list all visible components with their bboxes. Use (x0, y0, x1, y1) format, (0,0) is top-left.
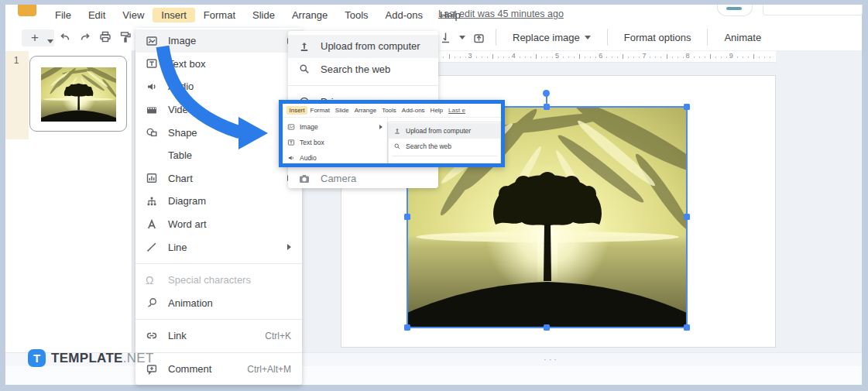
paint-format-icon[interactable] (118, 30, 132, 44)
menu-item-image[interactable]: Image (283, 119, 387, 135)
ruler-tick (617, 57, 618, 58)
callout-body: ImageText boxAudio Upload from computerS… (283, 118, 501, 164)
toolbar-separator (496, 29, 496, 46)
menu-item-comment[interactable]: CommentCtrl+Alt+M (136, 358, 302, 381)
menubar-item-tools[interactable]: Tools (336, 8, 376, 22)
menu-item-special-characters[interactable]: ΩSpecial characters (136, 269, 302, 292)
image-icon (287, 123, 295, 131)
menu-item-search-the-web[interactable]: Search the web (389, 139, 500, 154)
zoom-callout-box: InsertFormatSlideArrangeToolsAdd-onsHelp… (279, 100, 505, 167)
menu-item-video[interactable]: Video (136, 98, 302, 122)
ruler-tick (509, 57, 509, 58)
menu-item-label: Image (300, 123, 373, 131)
new-slide-caret-icon[interactable] (43, 34, 57, 48)
callout-menubar-item-insert: Insert (286, 106, 307, 115)
crop-icon[interactable] (439, 31, 452, 44)
google-slides-window: FileEditViewInsertFormatSlideArrangeTool… (0, 0, 868, 391)
ruler-tick (563, 57, 564, 58)
callout-menubar-item-add-ons: Add-ons (399, 106, 427, 115)
menu-item-diagram[interactable]: Diagram (136, 190, 302, 213)
resize-handle[interactable] (404, 214, 410, 220)
menu-item-label: Camera (321, 173, 427, 184)
mask-image-icon[interactable] (472, 31, 485, 44)
omega-icon: Ω (146, 274, 158, 286)
upload-icon (298, 40, 310, 53)
ruler-tick (455, 57, 455, 58)
rotation-handle[interactable] (543, 90, 550, 97)
menu-item-line[interactable]: Line (136, 235, 302, 259)
slide-number: 1 (8, 55, 25, 66)
menu-item-link[interactable]: LinkCtrl+K (136, 324, 302, 348)
notes-drag-handle[interactable]: ··· (538, 355, 564, 364)
resize-handle[interactable] (404, 324, 410, 331)
menubar-item-slide[interactable]: Slide (244, 8, 283, 22)
menubar-item-file[interactable]: File (46, 8, 80, 22)
callout-menubar-item-last-e: Last e (446, 106, 468, 115)
last-edit-status[interactable]: Last edit was 45 minutes ago (438, 9, 564, 19)
menubar-item-arrange[interactable]: Arrange (283, 8, 336, 22)
callout-insert-menu: ImageText boxAudio (283, 118, 388, 164)
replace-image-button[interactable]: Replace image (506, 29, 597, 46)
resize-handle[interactable] (544, 324, 550, 331)
ruler-tick (748, 57, 749, 58)
ruler-tick (633, 57, 634, 58)
menu-item-audio[interactable]: Audio (283, 150, 387, 166)
resize-handle[interactable] (684, 324, 690, 331)
menubar-item-view[interactable]: View (114, 8, 153, 22)
print-icon[interactable] (98, 30, 112, 44)
ruler-inch-label: 9 (729, 52, 733, 60)
ruler-tick (667, 54, 667, 59)
menu-item-image[interactable]: Image (136, 29, 302, 53)
menubar-item-insert[interactable]: Insert (153, 8, 195, 22)
no-icon (146, 149, 158, 162)
menu-item-camera[interactable]: Camera (288, 167, 438, 188)
new-slide-icon[interactable]: + (28, 30, 42, 44)
menu-item-chart[interactable]: Chart (136, 167, 302, 190)
menu-item-audio[interactable]: Audio (136, 75, 302, 98)
textbox-icon (146, 57, 158, 70)
redo-icon[interactable] (78, 30, 92, 44)
menu-item-table[interactable]: Table (136, 144, 302, 167)
ruler-tick (552, 57, 553, 58)
menu-item-label: Word art (168, 218, 291, 230)
ruler-tick (541, 57, 542, 58)
speaker-notes-area[interactable] (5, 366, 862, 385)
menu-item-word-art[interactable]: Word art (136, 213, 302, 236)
animate-button[interactable]: Animate (718, 29, 767, 46)
resize-handle[interactable] (684, 104, 690, 110)
menu-item-text-box[interactable]: Text box (136, 53, 302, 76)
ruler-tick (660, 57, 661, 58)
callout-image-submenu: Upload from computerSearch the web (388, 122, 501, 164)
menubar-item-edit[interactable]: Edit (80, 8, 114, 22)
crop-caret-icon[interactable] (459, 36, 465, 39)
shape-icon (146, 126, 158, 139)
ruler-tick (710, 54, 711, 59)
ruler-tick (759, 57, 760, 58)
menu-item-search-the-web[interactable]: Search the web (288, 58, 438, 81)
menu-item-animation[interactable]: Animation (136, 292, 302, 315)
undo-icon[interactable] (58, 30, 72, 44)
ruler-tick (547, 57, 547, 58)
menu-item-upload-from-computer[interactable]: Upload from computer (288, 35, 438, 58)
ruler-tick (639, 57, 640, 58)
format-options-button[interactable]: Format options (618, 29, 698, 46)
ruler-tick (585, 57, 585, 58)
menu-item-shortcut: Ctrl+K (265, 331, 291, 341)
menu-item-label: Shape (168, 127, 281, 139)
menu-item-shape[interactable]: Shape (136, 121, 302, 144)
ruler-tick (476, 57, 477, 58)
chart-icon (146, 172, 158, 184)
slides-logo-icon[interactable] (18, 5, 36, 16)
ruler-tick (737, 57, 738, 58)
menubar: FileEditViewInsertFormatSlideArrangeTool… (46, 6, 469, 24)
menu-item-text-box[interactable]: Text box (283, 135, 387, 150)
menubar-item-add-ons[interactable]: Add-ons (377, 8, 431, 22)
menu-divider (136, 352, 302, 353)
ruler-tick (628, 57, 629, 58)
resize-handle[interactable] (684, 214, 690, 220)
menu-item-upload-from-computer[interactable]: Upload from computer (389, 123, 500, 139)
ruler-tick (492, 54, 493, 59)
menu-item-label: Special characters (168, 274, 291, 286)
rotation-stem (546, 96, 547, 107)
menubar-item-format[interactable]: Format (195, 8, 244, 22)
